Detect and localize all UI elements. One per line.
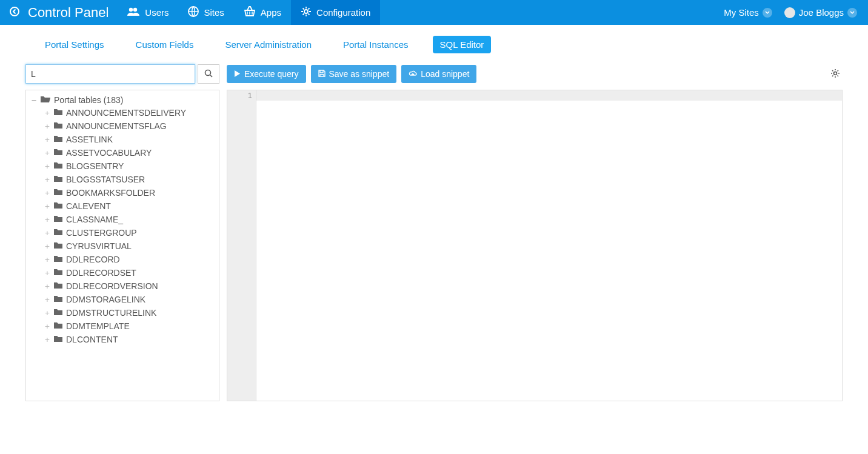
tab-server-administration[interactable]: Server Administration <box>218 36 319 53</box>
right-column: Execute query Save as snippet Load snipp… <box>227 64 843 401</box>
tree-item-label: BLOGSENTRY <box>66 161 124 171</box>
expand-icon[interactable]: + <box>44 322 50 331</box>
back-button[interactable] <box>5 7 24 18</box>
my-sites-label: My Sites <box>724 7 759 18</box>
tree-item[interactable]: +BOOKMARKSFOLDER <box>42 186 216 199</box>
folder-icon <box>54 281 62 291</box>
user-menu[interactable]: Joe Bloggs <box>778 7 863 18</box>
nav-users[interactable]: Users <box>117 0 178 25</box>
expand-icon[interactable]: + <box>44 269 50 278</box>
expand-icon[interactable]: + <box>44 295 50 304</box>
folder-icon <box>54 121 62 131</box>
folder-icon <box>54 188 62 198</box>
tree-item-label: BOOKMARKSFOLDER <box>66 188 155 198</box>
topbar: Control Panel Users Sites Apps Configura… <box>0 0 868 25</box>
expand-icon[interactable]: + <box>44 149 50 158</box>
expand-icon[interactable]: + <box>44 255 50 264</box>
subtabs: Portal Settings Custom Fields Server Adm… <box>0 25 868 64</box>
folder-icon <box>54 215 62 224</box>
sql-editor[interactable]: 1 <box>227 90 843 401</box>
main-area: − Portal tables (183) +ANNOUNCEMENTSDELI… <box>0 64 868 413</box>
editor-toolbar: Execute query Save as snippet Load snipp… <box>227 64 843 84</box>
tree-item[interactable]: +CYRUSVIRTUAL <box>42 239 216 253</box>
control-panel-title: Control Panel <box>24 5 117 21</box>
tree-item[interactable]: +DLCONTENT <box>42 333 216 346</box>
folder-icon <box>54 335 62 344</box>
expand-icon[interactable]: + <box>44 202 50 211</box>
my-sites-menu[interactable]: My Sites <box>718 7 778 18</box>
save-snippet-button[interactable]: Save as snippet <box>311 65 397 83</box>
expand-icon[interactable]: + <box>44 335 50 344</box>
expand-icon[interactable]: + <box>44 229 50 238</box>
nav-apps[interactable]: Apps <box>234 0 291 25</box>
chevron-down-icon <box>847 8 857 18</box>
tree-item[interactable]: +DDLRECORDVERSION <box>42 279 216 293</box>
folder-icon <box>54 241 62 251</box>
tree-item[interactable]: +ANNOUNCEMENTSFLAG <box>42 119 216 133</box>
expand-icon[interactable]: + <box>44 108 50 118</box>
gear-icon <box>830 70 840 80</box>
tree-item-label: ASSETVOCABULARY <box>66 148 152 158</box>
editor-code-area[interactable] <box>256 90 842 401</box>
expand-icon[interactable]: + <box>44 162 50 171</box>
expand-icon[interactable]: + <box>44 309 50 318</box>
globe-icon <box>188 6 199 19</box>
tree-item[interactable]: +BLOGSSTATSUSER <box>42 173 216 186</box>
tree-item[interactable]: +DDMSTRUCTURELINK <box>42 306 216 319</box>
tab-custom-fields[interactable]: Custom Fields <box>129 36 201 53</box>
collapse-icon[interactable]: − <box>31 95 37 105</box>
tree-item[interactable]: +CLUSTERGROUP <box>42 226 216 239</box>
tree-item[interactable]: +DDLRECORD <box>42 253 216 266</box>
expand-icon[interactable]: + <box>44 175 50 184</box>
expand-icon[interactable]: + <box>44 282 50 291</box>
tree-item-label: DDMSTORAGELINK <box>66 295 145 304</box>
tab-portal-instances[interactable]: Portal Instances <box>336 36 416 53</box>
tree-item-label: ASSETLINK <box>66 135 113 144</box>
folder-icon <box>54 108 62 118</box>
svg-point-2 <box>133 8 137 12</box>
tree-item-label: BLOGSSTATSUSER <box>66 175 145 184</box>
tree-item[interactable]: +ANNOUNCEMENTSDELIVERY <box>42 106 216 119</box>
tree-item[interactable]: +ASSETVOCABULARY <box>42 146 216 159</box>
table-search-input[interactable] <box>25 64 195 84</box>
tree-item-label: ANNOUNCEMENTSFLAG <box>66 121 167 131</box>
load-snippet-button[interactable]: Load snippet <box>401 65 476 83</box>
search-icon <box>204 69 213 79</box>
nav-configuration[interactable]: Configuration <box>291 0 380 25</box>
tree-item[interactable]: +CALEVENT <box>42 199 216 213</box>
expand-icon[interactable]: + <box>44 189 50 198</box>
nav-sites[interactable]: Sites <box>178 0 233 25</box>
folder-icon <box>54 268 62 278</box>
editor-settings-button[interactable] <box>828 66 843 82</box>
tree-root[interactable]: − Portal tables (183) <box>28 94 216 106</box>
tree-item-label: DDMSTRUCTURELINK <box>66 308 156 318</box>
folder-icon <box>54 295 62 304</box>
folder-icon <box>54 228 62 238</box>
folder-icon <box>54 148 62 158</box>
execute-query-button[interactable]: Execute query <box>227 65 306 83</box>
tab-portal-settings[interactable]: Portal Settings <box>38 36 112 53</box>
expand-icon[interactable]: + <box>44 242 50 251</box>
nav-configuration-label: Configuration <box>316 7 370 18</box>
line-number: 1 <box>231 90 252 101</box>
cloud-download-icon <box>409 69 417 79</box>
tree-item[interactable]: +BLOGSENTRY <box>42 159 216 173</box>
tree-item[interactable]: +DDMTEMPLATE <box>42 319 216 333</box>
expand-icon[interactable]: + <box>44 135 50 144</box>
svg-point-0 <box>10 7 19 16</box>
editor-gutter: 1 <box>227 90 256 401</box>
table-search-button[interactable] <box>198 64 219 84</box>
tree-item[interactable]: +ASSETLINK <box>42 133 216 146</box>
tab-sql-editor[interactable]: SQL Editor <box>433 36 492 53</box>
svg-point-4 <box>304 10 308 13</box>
tree-item[interactable]: +CLASSNAME_ <box>42 213 216 226</box>
save-icon <box>318 69 326 79</box>
tree-item-label: DDMTEMPLATE <box>66 321 130 331</box>
expand-icon[interactable]: + <box>44 122 50 131</box>
tree-item-label: DLCONTENT <box>66 335 118 344</box>
tree-item[interactable]: +DDLRECORDSET <box>42 266 216 279</box>
tree-item-label: ANNOUNCEMENTSDELIVERY <box>66 108 186 118</box>
folder-icon <box>54 308 62 318</box>
tree-item[interactable]: +DDMSTORAGELINK <box>42 293 216 306</box>
expand-icon[interactable]: + <box>44 215 50 224</box>
